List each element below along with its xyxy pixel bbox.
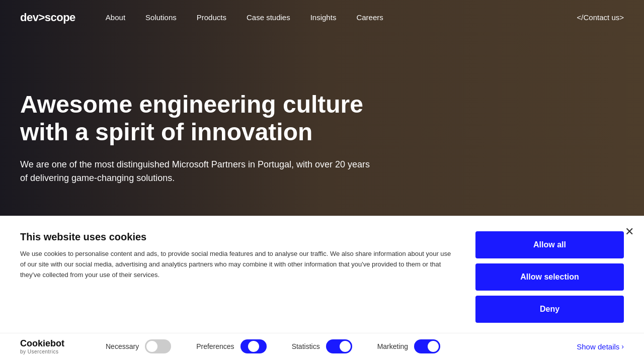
cookie-title: This website uses cookies [20,231,455,243]
show-details-link[interactable]: Show details › [577,342,624,351]
site-logo[interactable]: dev>scope [20,11,75,24]
consent-marketing-label: Marketing [377,342,408,350]
cookiebot-logo: Cookiebot by Usercentrics [20,338,86,354]
allow-selection-button[interactable]: Allow selection [475,263,624,291]
cookiebot-sub: by Usercentrics [20,349,58,354]
cookie-consent-items: Necessary Preferences Statistics [106,339,624,353]
statistics-toggle-slider [326,339,352,353]
allow-all-button[interactable]: Allow all [475,231,624,258]
navbar: dev>scope About Solutions Products Case … [0,0,644,35]
cookie-body: We use cookies to personalise content an… [20,249,455,280]
necessary-toggle[interactable] [145,339,171,353]
preferences-toggle[interactable] [240,339,267,353]
hero-content: Awesome engineering culture with a spiri… [20,90,372,185]
cookie-main-content: This website uses cookies We use cookies… [0,216,644,333]
deny-button[interactable]: Deny [475,296,624,323]
cookie-buttons-area: Allow all Allow selection Deny [475,231,624,323]
nav-links: About Solutions Products Case studies In… [106,13,577,22]
nav-about[interactable]: About [106,13,125,22]
consent-preferences: Preferences [196,339,266,353]
nav-case-studies[interactable]: Case studies [247,13,290,22]
marketing-toggle-slider [414,339,440,353]
nav-insights[interactable]: Insights [310,13,337,22]
nav-careers[interactable]: Careers [356,13,383,22]
preferences-toggle-slider [240,339,267,353]
cookie-close-button[interactable]: ✕ [625,226,634,237]
nav-products[interactable]: Products [197,13,226,22]
contact-button[interactable]: </Contact us> [577,13,624,22]
cookie-footer: Cookiebot by Usercentrics Necessary Pref… [0,333,644,362]
marketing-toggle[interactable] [414,339,440,353]
consent-necessary: Necessary [106,339,171,353]
consent-preferences-label: Preferences [196,342,234,350]
show-details-label: Show details [577,342,619,351]
consent-marketing: Marketing [377,339,440,353]
nav-solutions[interactable]: Solutions [145,13,177,22]
consent-necessary-label: Necessary [106,342,139,350]
statistics-toggle[interactable] [326,339,352,353]
cookie-consent-modal: ✕ This website uses cookies We use cooki… [0,216,644,362]
necessary-toggle-slider [145,339,171,353]
chevron-right-icon: › [621,342,624,350]
consent-statistics: Statistics [292,339,352,353]
consent-statistics-label: Statistics [292,342,320,350]
cookiebot-name: Cookiebot [20,338,64,349]
hero-title: Awesome engineering culture with a spiri… [20,90,372,146]
hero-subtitle: We are one of the most distinguished Mic… [20,158,372,185]
cookie-text-area: This website uses cookies We use cookies… [20,231,455,280]
